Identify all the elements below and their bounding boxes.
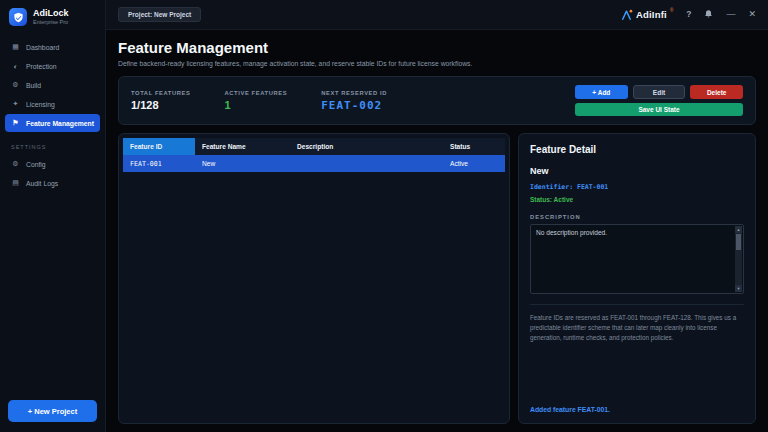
sidebar-item-protection[interactable]: ◐ Protection [5,57,100,75]
app-title: AdiLock [33,9,69,19]
description-text: No description provided. [536,229,607,236]
sidebar-item-label: Feature Management [26,120,94,127]
topbar-right: AdiInfi ® ? — ✕ [621,9,756,21]
app-title-block: AdiLock Enterprise Pro [33,9,69,26]
cell-status: Active [443,155,505,172]
feature-management-icon: ⚑ [11,119,20,127]
delete-button[interactable]: Delete [690,85,743,99]
stat-value-total: 1/128 [131,99,191,111]
status-message: Added feature FEAT-001. [530,406,744,413]
stat-value-active: 1 [225,99,288,111]
scroll-down-icon[interactable]: ▼ [735,285,742,292]
build-icon: ⚙ [11,81,20,89]
sidebar-item-licensing[interactable]: ✦ Licensing [5,95,100,113]
scrollbar-track[interactable]: ▲ ▼ [735,226,742,292]
identifier-value: FEAT-001 [577,183,608,191]
status-value: Active [554,196,574,203]
detail-identifier: Identifier: FEAT-001 [530,183,744,191]
new-project-button[interactable]: + New Project [8,400,97,422]
sidebar-item-label: Build [26,82,41,89]
stat-label: ACTIVE FEATURES [225,90,288,96]
sidebar-item-label: Config [26,161,46,168]
action-button-row: + Add Edit Delete [575,85,743,99]
scroll-up-icon[interactable]: ▲ [735,226,742,233]
stats-bar: TOTAL FEATURES 1/128 ACTIVE FEATURES 1 N… [118,76,756,125]
main-column: Project: New Project AdiInfi ® ? — ✕ [106,0,768,432]
save-ui-state-button[interactable]: Save UI State [575,103,743,116]
app-window: AdiLock Enterprise Pro ▦ Dashboard ◐ Pro… [0,0,768,432]
sidebar-item-label: Audit Logs [26,180,58,187]
stat-label: TOTAL FEATURES [131,90,191,96]
feature-detail-panel: Feature Detail New Identifier: FEAT-001 … [518,133,756,424]
bell-icon[interactable] [704,9,713,21]
brand-logo: AdiInfi ® [621,9,673,21]
app-logo: AdiLock Enterprise Pro [0,0,105,38]
feature-table-panel: Feature ID Feature Name Description Stat… [118,133,510,424]
column-header-description[interactable]: Description [290,138,443,155]
edit-button[interactable]: Edit [633,85,686,99]
sidebar-settings-nav: ⚙ Config ▤ Audit Logs [0,155,105,192]
sidebar-item-dashboard[interactable]: ▦ Dashboard [5,38,100,56]
detail-note: Feature IDs are reserved as FEAT-001 thr… [530,304,744,343]
help-icon[interactable]: ? [686,10,691,19]
cell-description [290,155,443,172]
content-row: Feature ID Feature Name Description Stat… [118,133,756,424]
page-title: Feature Management [118,39,756,56]
brand-mark-icon [621,9,633,21]
description-label: DESCRIPTION [530,214,744,220]
detail-feature-name: New [530,166,744,176]
brand-name: AdiInfi [636,9,667,20]
identifier-label: Identifier: [530,183,573,191]
sidebar-nav: ▦ Dashboard ◐ Protection ⚙ Build ✦ Licen… [0,38,105,132]
scrollbar-thumb[interactable] [736,234,741,250]
page-content: Feature Management Define backend-ready … [106,30,768,432]
sidebar-item-label: Licensing [26,101,55,108]
licensing-icon: ✦ [11,100,20,108]
sidebar: AdiLock Enterprise Pro ▦ Dashboard ◐ Pro… [0,0,106,432]
stat-label: NEXT RESERVED ID [321,90,387,96]
sidebar-item-feature-management[interactable]: ⚑ Feature Management [5,114,100,132]
sidebar-item-label: Protection [26,63,57,70]
table-row[interactable]: FEAT-001 New Active [123,155,505,172]
stat-total-features: TOTAL FEATURES 1/128 [131,90,191,111]
topbar: Project: New Project AdiInfi ® ? — ✕ [106,0,768,30]
feature-actions: + Add Edit Delete Save UI State [575,85,743,116]
cell-feature-id: FEAT-001 [123,155,195,172]
sidebar-item-build[interactable]: ⚙ Build [5,76,100,94]
sidebar-item-audit-logs[interactable]: ▤ Audit Logs [5,174,100,192]
feature-table: Feature ID Feature Name Description Stat… [123,138,505,172]
project-badge[interactable]: Project: New Project [118,7,201,22]
sidebar-item-label: Dashboard [26,44,59,51]
add-button[interactable]: + Add [575,85,628,99]
detail-status: Status: Active [530,196,744,203]
dashboard-icon: ▦ [11,43,20,51]
stat-value-next-id: FEAT-002 [321,99,387,112]
config-icon: ⚙ [11,160,20,168]
registered-mark: ® [670,8,673,13]
description-textarea[interactable]: No description provided. ▲ ▼ [530,224,744,294]
app-subtitle: Enterprise Pro [33,19,69,25]
audit-logs-icon: ▤ [11,179,20,187]
settings-section-label: SETTINGS [0,132,105,155]
sidebar-item-config[interactable]: ⚙ Config [5,155,100,173]
minimize-icon[interactable]: — [726,10,735,19]
column-header-feature-id[interactable]: Feature ID [123,138,195,155]
shield-logo-icon [9,8,27,26]
protection-icon: ◐ [11,63,20,70]
status-label: Status: [530,196,552,203]
column-header-status[interactable]: Status [443,138,505,155]
detail-title: Feature Detail [530,144,744,155]
page-subtitle: Define backend-ready licensing features,… [118,60,756,67]
cell-feature-name: New [195,155,290,172]
stat-active-features: ACTIVE FEATURES 1 [225,90,288,111]
close-icon[interactable]: ✕ [748,10,756,19]
sidebar-spacer [0,192,105,400]
stat-next-reserved-id: NEXT RESERVED ID FEAT-002 [321,90,387,112]
column-header-feature-name[interactable]: Feature Name [195,138,290,155]
table-header-row: Feature ID Feature Name Description Stat… [123,138,505,155]
